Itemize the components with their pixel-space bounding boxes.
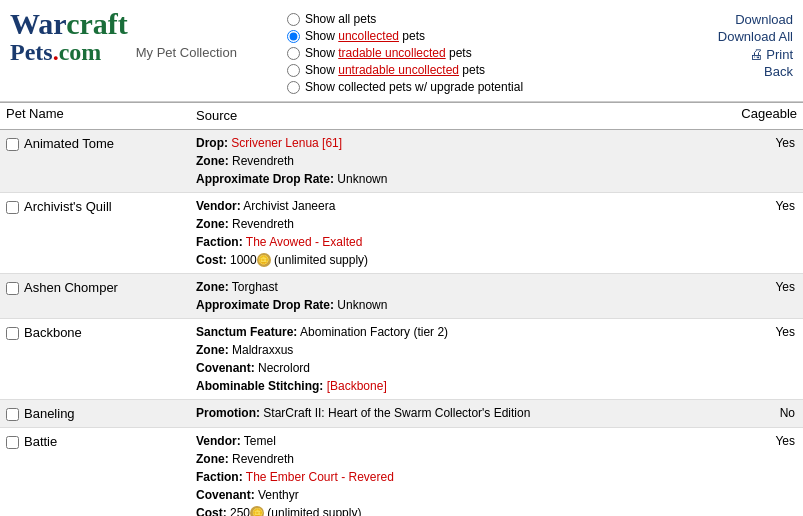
table-row: Archivist's Quill Vendor: Archivist Jane… bbox=[0, 192, 803, 273]
radio-all-pets-label: Show all pets bbox=[305, 12, 376, 26]
pet-cageable: Yes bbox=[723, 129, 803, 192]
pet-source-cell: Zone: Torghast Approximate Drop Rate: Un… bbox=[190, 273, 723, 318]
pet-cageable: Yes bbox=[723, 427, 803, 516]
logo-com: com bbox=[59, 39, 102, 65]
source-label: Abominable Stitching: bbox=[196, 379, 323, 393]
drop-rate-label: Approximate Drop Rate: bbox=[196, 298, 334, 312]
source-label: Zone: bbox=[196, 343, 229, 357]
pet-cageable: Yes bbox=[723, 318, 803, 399]
pet-name: Backbone bbox=[24, 325, 82, 340]
source-label: Vendor: bbox=[196, 434, 241, 448]
col-header-name: Pet Name bbox=[0, 103, 190, 130]
radio-tradable-uncollected[interactable]: Show tradable uncollected pets bbox=[287, 46, 683, 60]
pet-name-cell: Archivist's Quill bbox=[0, 192, 190, 273]
pet-checkbox[interactable] bbox=[6, 327, 19, 340]
pet-table: Pet Name Source Cageable Animated Tome D… bbox=[0, 102, 803, 516]
table-header-row: Pet Name Source Cageable bbox=[0, 103, 803, 130]
pet-name: Archivist's Quill bbox=[24, 199, 112, 214]
pet-name: Animated Tome bbox=[24, 136, 114, 151]
pet-cageable: Yes bbox=[723, 273, 803, 318]
back-link[interactable]: Back bbox=[764, 64, 793, 79]
source-label: Cost: bbox=[196, 253, 227, 267]
source-label: Zone: bbox=[196, 217, 229, 231]
radio-tradable-highlight: tradable uncollected bbox=[338, 46, 445, 60]
radio-upgrade-potential[interactable]: Show collected pets w/ upgrade potential bbox=[287, 80, 683, 94]
pet-name: Baneling bbox=[24, 406, 75, 421]
pet-name-cell: Animated Tome bbox=[0, 129, 190, 192]
table-row: Backbone Sanctum Feature: Abomination Fa… bbox=[0, 318, 803, 399]
source-label: Cost: bbox=[196, 506, 227, 517]
table-row: Ashen Chomper Zone: Torghast Approximate… bbox=[0, 273, 803, 318]
pet-checkbox[interactable] bbox=[6, 138, 19, 151]
source-label: Vendor: bbox=[196, 199, 241, 213]
pet-cageable: No bbox=[723, 399, 803, 427]
source-link[interactable]: The Avowed - Exalted bbox=[246, 235, 363, 249]
pet-source-cell: Vendor: Temel Zone: Revendreth Faction: … bbox=[190, 427, 723, 516]
pet-name-cell: Backbone bbox=[0, 318, 190, 399]
source-label: Covenant: bbox=[196, 361, 255, 375]
pet-checkbox[interactable] bbox=[6, 282, 19, 295]
pet-name-cell: Battie bbox=[0, 427, 190, 516]
radio-upgrade-label: Show collected pets w/ upgrade potential bbox=[305, 80, 523, 94]
pet-name: Battie bbox=[24, 434, 57, 449]
radio-all-pets[interactable]: Show all pets bbox=[287, 12, 683, 26]
pet-source-cell: Sanctum Feature: Abomination Factory (ti… bbox=[190, 318, 723, 399]
radio-uncollected-highlight: uncollected bbox=[338, 29, 399, 43]
radio-untradable-highlight: untradable uncollected bbox=[338, 63, 459, 77]
source-label: Faction: bbox=[196, 470, 243, 484]
pet-source-cell: Vendor: Archivist Janeera Zone: Revendre… bbox=[190, 192, 723, 273]
radio-untradable-uncollected[interactable]: Show untradable uncollected pets bbox=[287, 63, 683, 77]
source-link[interactable]: The Ember Court - Revered bbox=[246, 470, 394, 484]
pet-name-cell: Ashen Chomper bbox=[0, 273, 190, 318]
source-label: Sanctum Feature: bbox=[196, 325, 297, 339]
download-all-link[interactable]: Download All bbox=[718, 29, 793, 44]
pet-checkbox[interactable] bbox=[6, 436, 19, 449]
pet-name: Ashen Chomper bbox=[24, 280, 118, 295]
logo-subtitle: My Pet Collection bbox=[136, 45, 237, 60]
pet-source-cell: Drop: Scrivener Lenua [61] Zone: Revendr… bbox=[190, 129, 723, 192]
col-header-source: Source bbox=[190, 103, 723, 130]
print-link[interactable]: 🖨 Print bbox=[749, 46, 793, 62]
logo-craft: craft bbox=[66, 7, 128, 40]
coin-icon: 🪙 bbox=[250, 506, 264, 516]
source-label: Drop: bbox=[196, 136, 228, 150]
pet-cageable: Yes bbox=[723, 192, 803, 273]
pet-source-cell: Promotion: StarCraft II: Heart of the Sw… bbox=[190, 399, 723, 427]
pet-name-cell: Baneling bbox=[0, 399, 190, 427]
source-label: Covenant: bbox=[196, 488, 255, 502]
pet-checkbox[interactable] bbox=[6, 201, 19, 214]
source-label: Zone: bbox=[196, 280, 229, 294]
radio-uncollected-pets[interactable]: Show uncollected pets bbox=[287, 29, 683, 43]
download-link[interactable]: Download bbox=[735, 12, 793, 27]
source-label: Zone: bbox=[196, 452, 229, 466]
printer-icon: 🖨 bbox=[749, 46, 763, 62]
action-links: Download Download All 🖨 Print Back bbox=[683, 8, 793, 81]
source-label: Faction: bbox=[196, 235, 243, 249]
source-label: Promotion: bbox=[196, 406, 260, 420]
pet-checkbox[interactable] bbox=[6, 408, 19, 421]
logo-area: Warcraft Pets.com My Pet Collection bbox=[10, 8, 237, 65]
table-row: Baneling Promotion: StarCraft II: Heart … bbox=[0, 399, 803, 427]
drop-rate-label: Approximate Drop Rate: bbox=[196, 172, 334, 186]
col-header-cageable: Cageable bbox=[723, 103, 803, 130]
table-row: Battie Vendor: Temel Zone: Revendreth Fa… bbox=[0, 427, 803, 516]
coin-icon: 🪙 bbox=[257, 253, 271, 267]
logo-war: War bbox=[10, 7, 66, 40]
page-header: Warcraft Pets.com My Pet Collection Show… bbox=[0, 0, 803, 102]
source-link[interactable]: [Backbone] bbox=[327, 379, 387, 393]
logo-pets: Pets bbox=[10, 39, 53, 65]
filter-options: Show all pets Show uncollected pets Show… bbox=[257, 8, 683, 97]
source-label: Zone: bbox=[196, 154, 229, 168]
table-row: Animated Tome Drop: Scrivener Lenua [61]… bbox=[0, 129, 803, 192]
source-link[interactable]: Scrivener Lenua [61] bbox=[231, 136, 342, 150]
